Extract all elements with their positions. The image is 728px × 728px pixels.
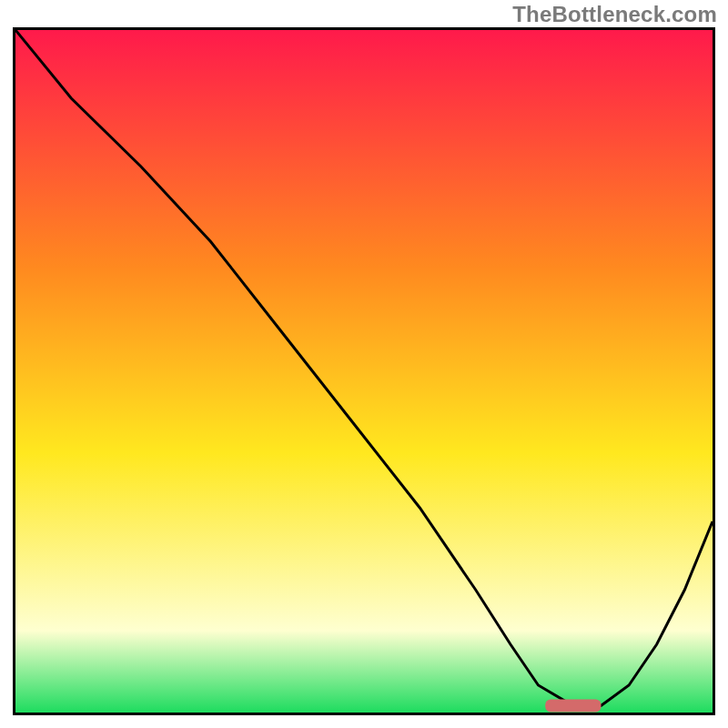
plot-svg: [15, 30, 713, 713]
watermark-text: TheBottleneck.com: [512, 2, 717, 27]
gradient-background: [15, 30, 713, 713]
optimum-marker: [545, 700, 601, 713]
container: { "watermark": "TheBottleneck.com", "col…: [0, 0, 728, 728]
plot-area: [13, 27, 715, 715]
